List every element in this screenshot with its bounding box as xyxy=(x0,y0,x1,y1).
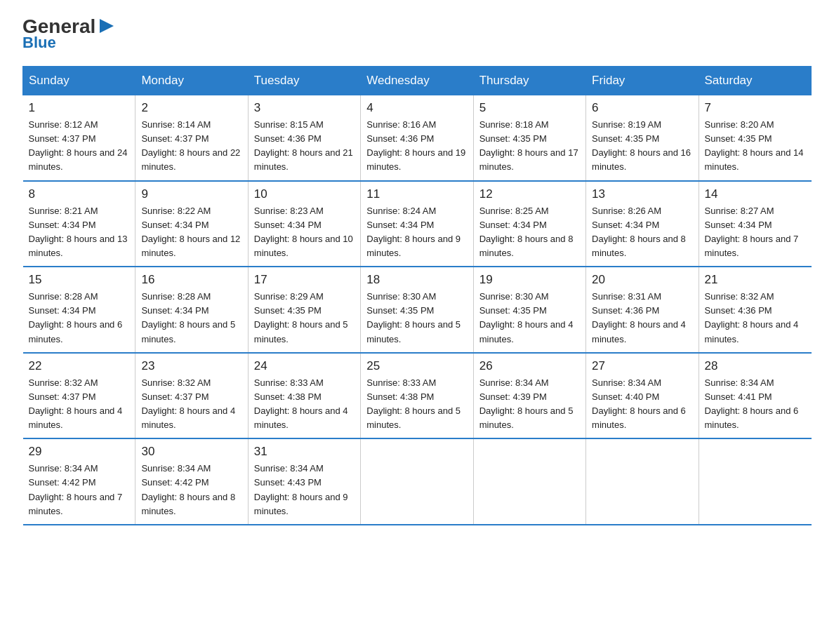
calendar-cell: 30 Sunrise: 8:34 AMSunset: 4:42 PMDaylig… xyxy=(135,438,248,525)
day-number: 5 xyxy=(479,101,580,115)
day-number: 17 xyxy=(254,273,355,287)
day-number: 8 xyxy=(29,187,130,201)
calendar-cell: 15 Sunrise: 8:28 AMSunset: 4:34 PMDaylig… xyxy=(23,267,135,353)
day-number: 24 xyxy=(254,359,355,373)
calendar-cell xyxy=(473,438,585,525)
day-number: 14 xyxy=(705,187,806,201)
day-info: Sunrise: 8:15 AMSunset: 4:36 PMDaylight:… xyxy=(254,118,355,175)
calendar-cell: 8 Sunrise: 8:21 AMSunset: 4:34 PMDayligh… xyxy=(23,181,135,267)
day-info: Sunrise: 8:34 AMSunset: 4:39 PMDaylight:… xyxy=(479,376,580,433)
logo-blue-text: Blue xyxy=(22,34,117,52)
day-info: Sunrise: 8:32 AMSunset: 4:36 PMDaylight:… xyxy=(705,290,806,347)
day-info: Sunrise: 8:26 AMSunset: 4:34 PMDaylight:… xyxy=(592,204,692,261)
calendar-cell: 22 Sunrise: 8:32 AMSunset: 4:37 PMDaylig… xyxy=(23,353,135,439)
calendar-cell xyxy=(361,438,473,525)
calendar-cell: 24 Sunrise: 8:33 AMSunset: 4:38 PMDaylig… xyxy=(248,353,360,439)
calendar-cell: 2 Sunrise: 8:14 AMSunset: 4:37 PMDayligh… xyxy=(135,95,248,181)
page-header: General Blue xyxy=(22,17,812,52)
calendar-cell: 7 Sunrise: 8:20 AMSunset: 4:35 PMDayligh… xyxy=(699,95,811,181)
calendar-cell: 1 Sunrise: 8:12 AMSunset: 4:37 PMDayligh… xyxy=(23,95,135,181)
day-info: Sunrise: 8:22 AMSunset: 4:34 PMDaylight:… xyxy=(141,204,241,261)
day-number: 1 xyxy=(29,101,130,115)
day-info: Sunrise: 8:33 AMSunset: 4:38 PMDaylight:… xyxy=(254,376,355,433)
day-info: Sunrise: 8:18 AMSunset: 4:35 PMDaylight:… xyxy=(479,118,580,175)
calendar-cell: 19 Sunrise: 8:30 AMSunset: 4:35 PMDaylig… xyxy=(473,267,585,353)
day-info: Sunrise: 8:34 AMSunset: 4:42 PMDaylight:… xyxy=(141,462,241,518)
calendar-cell: 17 Sunrise: 8:29 AMSunset: 4:35 PMDaylig… xyxy=(248,267,360,353)
day-number: 10 xyxy=(254,187,355,201)
day-number: 23 xyxy=(141,359,241,373)
day-number: 31 xyxy=(254,445,355,459)
calendar-cell: 25 Sunrise: 8:33 AMSunset: 4:38 PMDaylig… xyxy=(361,353,473,439)
day-info: Sunrise: 8:12 AMSunset: 4:37 PMDaylight:… xyxy=(29,118,130,175)
day-info: Sunrise: 8:30 AMSunset: 4:35 PMDaylight:… xyxy=(366,290,467,347)
calendar-cell: 6 Sunrise: 8:19 AMSunset: 4:35 PMDayligh… xyxy=(586,95,699,181)
day-info: Sunrise: 8:28 AMSunset: 4:34 PMDaylight:… xyxy=(29,290,130,347)
calendar-cell: 21 Sunrise: 8:32 AMSunset: 4:36 PMDaylig… xyxy=(699,267,811,353)
day-info: Sunrise: 8:33 AMSunset: 4:38 PMDaylight:… xyxy=(366,376,467,433)
logo: General Blue xyxy=(22,17,117,52)
day-number: 28 xyxy=(705,359,806,373)
day-number: 3 xyxy=(254,101,355,115)
calendar-week-row: 1 Sunrise: 8:12 AMSunset: 4:37 PMDayligh… xyxy=(23,95,812,181)
day-number: 19 xyxy=(479,273,580,287)
calendar-cell: 23 Sunrise: 8:32 AMSunset: 4:37 PMDaylig… xyxy=(135,353,248,439)
day-number: 20 xyxy=(592,273,692,287)
day-number: 12 xyxy=(479,187,580,201)
day-info: Sunrise: 8:34 AMSunset: 4:43 PMDaylight:… xyxy=(254,462,355,518)
day-number: 27 xyxy=(592,359,692,373)
calendar-cell: 20 Sunrise: 8:31 AMSunset: 4:36 PMDaylig… xyxy=(586,267,699,353)
day-number: 30 xyxy=(141,445,241,459)
day-number: 16 xyxy=(141,273,241,287)
day-info: Sunrise: 8:28 AMSunset: 4:34 PMDaylight:… xyxy=(141,290,241,347)
calendar-cell: 31 Sunrise: 8:34 AMSunset: 4:43 PMDaylig… xyxy=(248,438,360,525)
day-info: Sunrise: 8:32 AMSunset: 4:37 PMDaylight:… xyxy=(29,376,130,433)
calendar-table: SundayMondayTuesdayWednesdayThursdayFrid… xyxy=(22,66,812,525)
day-info: Sunrise: 8:34 AMSunset: 4:40 PMDaylight:… xyxy=(592,376,692,433)
calendar-cell: 11 Sunrise: 8:24 AMSunset: 4:34 PMDaylig… xyxy=(361,181,473,267)
calendar-cell: 27 Sunrise: 8:34 AMSunset: 4:40 PMDaylig… xyxy=(586,353,699,439)
day-info: Sunrise: 8:27 AMSunset: 4:34 PMDaylight:… xyxy=(705,204,806,261)
day-number: 21 xyxy=(705,273,806,287)
day-info: Sunrise: 8:20 AMSunset: 4:35 PMDaylight:… xyxy=(705,118,806,175)
day-info: Sunrise: 8:29 AMSunset: 4:35 PMDaylight:… xyxy=(254,290,355,347)
day-info: Sunrise: 8:14 AMSunset: 4:37 PMDaylight:… xyxy=(141,118,241,175)
calendar-week-row: 29 Sunrise: 8:34 AMSunset: 4:42 PMDaylig… xyxy=(23,438,812,525)
day-info: Sunrise: 8:21 AMSunset: 4:34 PMDaylight:… xyxy=(29,204,130,261)
day-info: Sunrise: 8:24 AMSunset: 4:34 PMDaylight:… xyxy=(366,204,467,261)
weekday-header-row: SundayMondayTuesdayWednesdayThursdayFrid… xyxy=(23,67,812,95)
day-number: 13 xyxy=(592,187,692,201)
day-info: Sunrise: 8:23 AMSunset: 4:34 PMDaylight:… xyxy=(254,204,355,261)
calendar-cell xyxy=(699,438,811,525)
calendar-cell: 18 Sunrise: 8:30 AMSunset: 4:35 PMDaylig… xyxy=(361,267,473,353)
day-number: 7 xyxy=(705,101,806,115)
calendar-week-row: 22 Sunrise: 8:32 AMSunset: 4:37 PMDaylig… xyxy=(23,353,812,439)
weekday-header-saturday: Saturday xyxy=(699,67,811,95)
calendar-cell: 14 Sunrise: 8:27 AMSunset: 4:34 PMDaylig… xyxy=(699,181,811,267)
calendar-cell: 5 Sunrise: 8:18 AMSunset: 4:35 PMDayligh… xyxy=(473,95,585,181)
weekday-header-tuesday: Tuesday xyxy=(248,67,360,95)
day-number: 11 xyxy=(366,187,467,201)
calendar-cell xyxy=(586,438,699,525)
calendar-week-row: 8 Sunrise: 8:21 AMSunset: 4:34 PMDayligh… xyxy=(23,181,812,267)
day-number: 6 xyxy=(592,101,692,115)
day-number: 29 xyxy=(29,445,130,459)
day-number: 15 xyxy=(29,273,130,287)
calendar-cell: 13 Sunrise: 8:26 AMSunset: 4:34 PMDaylig… xyxy=(586,181,699,267)
calendar-cell: 16 Sunrise: 8:28 AMSunset: 4:34 PMDaylig… xyxy=(135,267,248,353)
day-number: 9 xyxy=(141,187,241,201)
calendar-cell: 28 Sunrise: 8:34 AMSunset: 4:41 PMDaylig… xyxy=(699,353,811,439)
calendar-cell: 29 Sunrise: 8:34 AMSunset: 4:42 PMDaylig… xyxy=(23,438,135,525)
day-info: Sunrise: 8:25 AMSunset: 4:34 PMDaylight:… xyxy=(479,204,580,261)
svg-marker-0 xyxy=(100,19,114,33)
weekday-header-monday: Monday xyxy=(135,67,248,95)
day-info: Sunrise: 8:34 AMSunset: 4:42 PMDaylight:… xyxy=(29,462,130,518)
calendar-week-row: 15 Sunrise: 8:28 AMSunset: 4:34 PMDaylig… xyxy=(23,267,812,353)
weekday-header-wednesday: Wednesday xyxy=(361,67,473,95)
day-number: 25 xyxy=(366,359,467,373)
day-number: 2 xyxy=(141,101,241,115)
day-info: Sunrise: 8:32 AMSunset: 4:37 PMDaylight:… xyxy=(141,376,241,433)
day-number: 22 xyxy=(29,359,130,373)
calendar-cell: 10 Sunrise: 8:23 AMSunset: 4:34 PMDaylig… xyxy=(248,181,360,267)
day-number: 4 xyxy=(366,101,467,115)
